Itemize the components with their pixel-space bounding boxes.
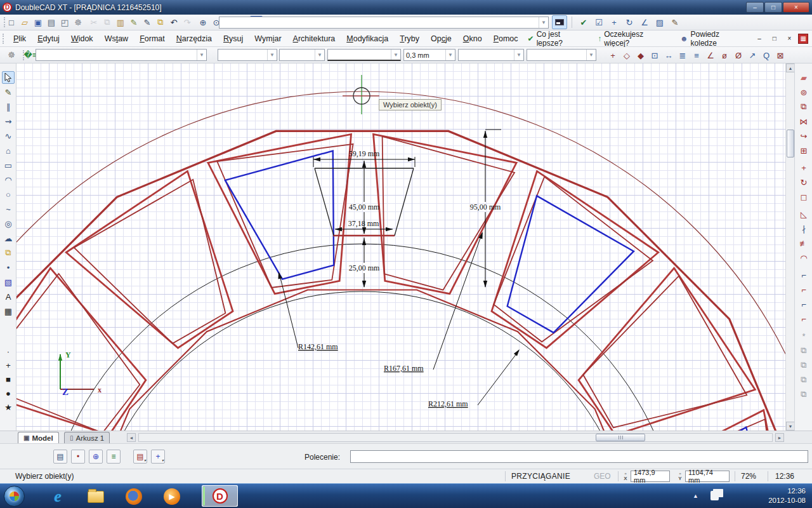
copy[interactable]: ⧉ [101, 16, 114, 29]
dim-baseline[interactable]: ≡ [690, 49, 703, 62]
copy-entities[interactable]: ⧉ [797, 100, 810, 113]
snap-menu[interactable]: +▾ [151, 450, 165, 464]
copy-drawing[interactable]: ⧉ [154, 16, 167, 29]
chevron-down-icon[interactable]: ▼ [267, 50, 275, 60]
address-combobox[interactable]: ▼ [219, 17, 549, 29]
dim-quick[interactable]: Q [760, 49, 773, 62]
snap-cross[interactable]: + [2, 359, 15, 371]
toggle-ortho[interactable]: ≡ [107, 450, 121, 464]
menu-architektura[interactable]: Architektura [287, 32, 341, 46]
undo[interactable]: ↶ [167, 16, 180, 29]
property-combo-2[interactable]: ▼ [218, 49, 277, 61]
scroll-down-button[interactable]: ▼ [786, 422, 795, 431]
pole-coil[interactable] [16, 268, 168, 431]
chevron-down-icon[interactable]: ▼ [539, 17, 546, 28]
start-button[interactable] [4, 486, 25, 507]
settings-gear[interactable]: ☸ [72, 16, 84, 29]
menu-tryby[interactable]: Tryby [394, 32, 425, 46]
close-button[interactable]: × [783, 2, 809, 13]
hatch-tool[interactable]: ▨ [653, 16, 666, 29]
tab-scroll-right-button[interactable]: ► [775, 433, 784, 442]
dim-scale[interactable]: ◆ [634, 49, 647, 62]
pole-coil[interactable] [556, 268, 755, 431]
move-tool[interactable]: + [797, 161, 810, 174]
layers-icon[interactable]: �‍≡ [24, 48, 37, 61]
mdi-restore-button[interactable]: □ [768, 34, 781, 44]
menu-rysuj[interactable]: Rysuj [218, 32, 249, 46]
settings-gear-icon[interactable]: ☸ [5, 48, 18, 61]
property-combo-6[interactable]: ▼ [458, 49, 524, 61]
dim-continue[interactable]: ≣ [676, 49, 689, 62]
promo-expect-more[interactable]: ↑Oczekujesz więcej? [594, 30, 674, 48]
text-tool[interactable]: A [2, 290, 15, 303]
vertical-scrollbar[interactable]: ▲ ▼ [785, 64, 794, 431]
promo-tell-friend[interactable]: ☻Powiedz koledze [676, 30, 750, 48]
zoom-in[interactable]: ⊕ [197, 16, 209, 29]
dim-entity[interactable]: ⊡ [648, 49, 661, 62]
dim-move[interactable]: + [606, 49, 619, 62]
ucs-axes[interactable]: + [608, 16, 620, 29]
tab-arkusz[interactable]: ▯Arkusz 1 [64, 432, 110, 443]
fillet-tool[interactable]: ⌐ [797, 269, 810, 281]
group-tool[interactable]: ⧉ [797, 344, 810, 357]
add-to-group[interactable]: ⧉ [797, 373, 810, 386]
power-plug-icon[interactable] [710, 491, 719, 500]
pole-coil[interactable] [66, 171, 266, 370]
chevron-down-icon[interactable]: ▼ [445, 50, 453, 60]
menu-narzdzia[interactable]: Narzędzia [171, 32, 218, 46]
curve-tool[interactable]: ∿ [2, 130, 15, 142]
cloud-tool[interactable]: ☁ [2, 232, 15, 244]
ellipse-tool[interactable]: ◎ [2, 217, 15, 230]
menubar-grip[interactable] [3, 34, 5, 44]
chevron-down-icon[interactable]: ▼ [586, 50, 594, 60]
print-preview[interactable]: ◰ [58, 16, 71, 29]
offset-tool[interactable]: ↪ [797, 130, 810, 142]
chevron-down-icon[interactable]: ▼ [315, 50, 322, 60]
text-style-check[interactable]: ☑ [593, 16, 605, 29]
image-tool[interactable]: ▧ [2, 276, 15, 288]
horizontal-scrollbar[interactable] [138, 433, 773, 442]
vertical-scroll-thumb[interactable] [787, 130, 794, 157]
property-combo-3[interactable]: ▼ [279, 49, 325, 61]
menu-okno[interactable]: Okno [457, 32, 488, 46]
taskbar-clock[interactable]: 12:36 2012-10-08 [768, 486, 806, 505]
snap-indicator[interactable]: PRZYCIĄGANIE [511, 472, 570, 481]
property-combo-1[interactable]: ▼ [36, 49, 207, 61]
restore-button[interactable]: □ [764, 2, 782, 13]
fillet-radius[interactable]: ⌐ [797, 298, 810, 311]
parallel-lines[interactable]: ∥ [2, 100, 15, 113]
media-player-icon[interactable]: ▶ [162, 487, 181, 506]
style-brush[interactable]: ✎ [669, 16, 681, 29]
menu-wstaw[interactable]: Wstaw [99, 32, 134, 46]
palette-red-icon[interactable]: ▦ [798, 34, 808, 44]
cut[interactable]: ✂ [88, 16, 100, 29]
open-folder[interactable]: ▱ [18, 16, 31, 29]
command-input[interactable] [350, 450, 808, 463]
mdi-close-button[interactable]: × [783, 34, 796, 44]
arc-tool[interactable]: ◠ [2, 173, 15, 186]
circle-tool[interactable]: ○ [2, 188, 15, 201]
mirror-tool[interactable]: ⋈ [797, 115, 810, 128]
table-tool[interactable]: ▦ [2, 305, 15, 318]
angle-tool[interactable]: ∠ [638, 16, 651, 29]
file-explorer-icon[interactable] [86, 487, 105, 506]
property-combo-4[interactable]: ▼ [327, 49, 401, 61]
rotate-tool[interactable]: ↻ [797, 176, 810, 189]
select-similar[interactable]: ⊚ [797, 86, 810, 98]
format-painter[interactable]: ✎ [128, 16, 140, 29]
zoom-level[interactable]: 72% [741, 472, 756, 481]
clip-tool[interactable]: ◺ [797, 208, 810, 220]
prompt-menu[interactable]: ▤▾ [133, 450, 147, 464]
snap-point[interactable]: · [2, 345, 15, 358]
draw-pencil[interactable]: ✎ [141, 16, 154, 29]
chevron-down-icon[interactable]: ▼ [197, 50, 204, 60]
pole-coil[interactable] [625, 410, 785, 431]
dim-horizontal[interactable]: ↔ [662, 49, 675, 62]
tab-scroll-left-button[interactable]: ◄ [127, 433, 136, 442]
spell-check[interactable]: ✔ [577, 16, 590, 29]
snap-star[interactable]: ★ [2, 401, 15, 413]
pole-coil[interactable] [458, 171, 658, 370]
promo-whats-better[interactable]: ✔Co jest lepsze? [524, 30, 592, 48]
print[interactable]: ▤ [45, 16, 58, 29]
horizontal-scroll-thumb[interactable] [596, 434, 645, 441]
